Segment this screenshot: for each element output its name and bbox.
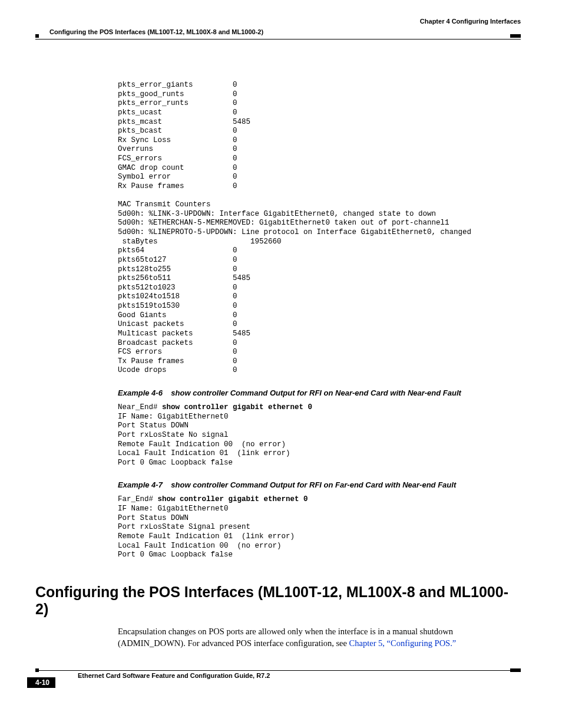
example-caption: show controller Command Output for RFI o…	[171, 480, 456, 489]
command-output: IF Name: GigabitEthernet0 Port Status DO…	[118, 505, 295, 559]
page-footer: Ethernet Card Software Feature and Confi…	[35, 670, 521, 679]
prompt: Near_End#	[118, 403, 162, 411]
chapter-title: Chapter 4 Configuring Interfaces	[420, 18, 521, 25]
section-paragraph: Encapsulation changes on POS ports are a…	[118, 626, 521, 649]
example-4-6-title: Example 4-6 show controller Command Outp…	[118, 388, 521, 397]
running-header: Chapter 4 Configuring Interfaces Configu…	[35, 18, 521, 35]
example-label: Example 4-6	[118, 388, 163, 397]
section-title-header: Configuring the POS Interfaces (ML100T-1…	[49, 28, 263, 35]
example-4-6-code: Near_End# show controller gigabit ethern…	[118, 403, 521, 467]
footer-rule-end-marker	[510, 668, 521, 672]
prompt: Far_End#	[118, 495, 158, 503]
book-title: Ethernet Card Software Feature and Confi…	[78, 672, 521, 679]
section-heading: Configuring the POS Interfaces (ML100T-1…	[35, 584, 521, 618]
example-caption: show controller Command Output for RFI o…	[171, 388, 461, 397]
header-rule	[35, 39, 521, 39]
footer-rule-start-marker	[35, 668, 39, 672]
page-number: 4-10	[27, 677, 55, 688]
command-output: IF Name: GigabitEthernet0 Port Status DO…	[118, 413, 290, 467]
example-4-7-code: Far_End# show controller gigabit etherne…	[118, 495, 521, 559]
header-rule-start-marker	[35, 34, 39, 38]
footer-rule	[35, 670, 521, 671]
example-label: Example 4-7	[118, 480, 163, 489]
command: show controller gigabit ethernet 0	[158, 495, 308, 503]
chapter-cross-reference[interactable]: Chapter 5, “Configuring POS.”	[349, 638, 457, 648]
example-4-7-title: Example 4-7 show controller Command Outp…	[118, 480, 521, 489]
command: show controller gigabit ethernet 0	[162, 403, 312, 411]
code-output-block-1: pkts_error_giants 0 pkts_good_runts 0 pk…	[118, 81, 521, 375]
header-rule-end-marker	[510, 34, 521, 38]
